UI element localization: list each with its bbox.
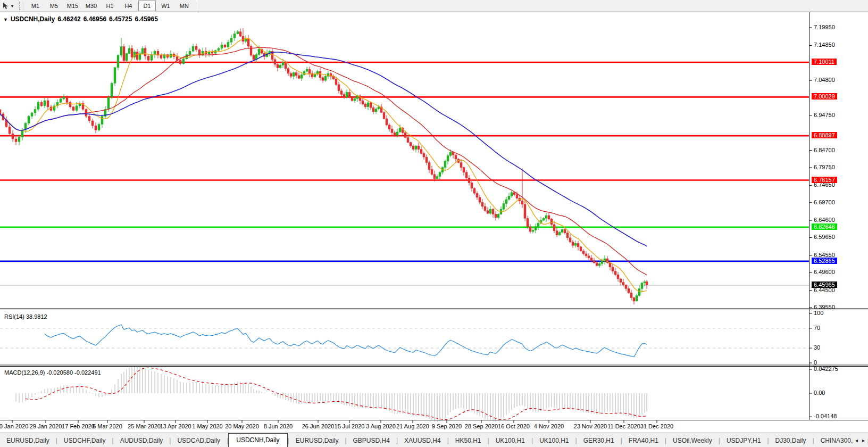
current-price-label: 6.45965 — [812, 282, 837, 288]
timeframe-button-h4[interactable]: H4 — [120, 1, 137, 11]
ohlc-low: 6.45725 — [109, 15, 132, 23]
chart-tab-fra40-h1[interactable]: FRA40,H1 — [622, 435, 665, 446]
level-price-label: 6.62646 — [812, 224, 837, 230]
timeframe-button-m15[interactable]: M15 — [64, 1, 81, 11]
chart-tab-hk50-h1[interactable]: HK50,H1 — [449, 435, 488, 446]
chart-tab-ger30-h1[interactable]: GER30,H1 — [577, 435, 621, 446]
cursor-tool-caret-icon[interactable]: ▼ — [10, 4, 14, 9]
chart-tab-dj30-daily[interactable]: DJ30,Daily — [769, 435, 813, 446]
rsi-line — [45, 325, 647, 357]
date-axis-label: 31 Dec 2020 — [636, 423, 678, 429]
chart-tab-uk100-h1[interactable]: UK100,H1 — [489, 435, 531, 446]
level-price-label: 6.76157 — [812, 177, 837, 183]
chart-tab-eurusd-daily[interactable]: EURUSD,Daily — [289, 435, 345, 446]
price-tick-label: 6.59650 — [814, 234, 835, 240]
ohlc-close: 6.45965 — [135, 15, 157, 23]
cursor-icon — [2, 2, 9, 10]
price-tick-label: 6.69700 — [814, 199, 835, 205]
price-tick-label: 7.14850 — [814, 42, 835, 48]
timeframe-button-mn[interactable]: MN — [176, 1, 193, 11]
timeframe-button-m5[interactable]: M5 — [45, 1, 63, 11]
timeframe-button-w1[interactable]: W1 — [157, 1, 174, 11]
level-price-label: 7.00029 — [812, 93, 837, 100]
level-price-label: 6.88897 — [812, 132, 837, 138]
chart-tab-usdcad-daily[interactable]: USDCAD,Daily — [171, 435, 227, 446]
chart-tab-uk100-h1[interactable]: UK100,H1 — [533, 435, 575, 446]
chart-tab-usdchf-daily[interactable]: USDCHF,Daily — [57, 435, 112, 446]
rsi-label: RSI(14) 38.9812 — [4, 313, 47, 320]
chart-tab-xauusd-h4[interactable]: XAUUSD,H4 — [398, 435, 447, 446]
rsi-axis-label: 0 — [814, 359, 817, 366]
price-tick-label: 6.84700 — [814, 147, 835, 153]
level-price-label: 7.10011 — [812, 59, 837, 65]
chart-title: ▼USDCNH,Daily6.462426.469566.457256.4596… — [3, 15, 161, 23]
ma-mid-line — [0, 47, 647, 275]
level-price-label: 6.52865 — [812, 258, 837, 264]
toolbar-grip[interactable] — [19, 2, 23, 10]
date-axis-label: 6 Mar 2020 — [86, 423, 129, 429]
macd-axis-label: 0.042275 — [814, 366, 838, 372]
mt4-window: ▼ M1M5M15M30H1H4D1W1MN ▼USDCNH,Daily6.46… — [0, 0, 868, 447]
chart-tab-bar: EURUSD,Daily|USDCHF,Daily|AUDUSD,Daily|U… — [0, 433, 868, 447]
price-tick-label: 6.94750 — [814, 112, 835, 118]
chart-tab-usdcnh-daily[interactable]: USDCNH,Daily — [228, 433, 287, 447]
chart-tab-usoil-weekly[interactable]: USOil,Weekly — [666, 435, 719, 446]
rsi-axis-label: 100 — [814, 310, 823, 316]
price-tick-label: 7.04800 — [814, 77, 835, 83]
ma-fast-line — [0, 38, 647, 292]
tabs-scroll-left-icon[interactable]: ◂ — [855, 437, 858, 443]
timeframe-button-m1[interactable]: M1 — [27, 1, 44, 11]
ohlc-open: 6.46242 — [57, 15, 80, 23]
price-tick-label: 6.79750 — [814, 164, 835, 170]
toolbar-separator — [197, 1, 198, 11]
timeframe-button-m30[interactable]: M30 — [82, 1, 100, 11]
tabs-scroll-right-icon[interactable]: ▸ — [862, 437, 865, 443]
price-chart-canvas[interactable] — [0, 12, 868, 433]
chart-tab-usdjpy-h1[interactable]: USDJPY,H1 — [720, 435, 767, 446]
price-tick-label: 7.19950 — [814, 24, 835, 30]
timeframe-buttons: M1M5M15M30H1H4D1W1MN — [26, 1, 194, 11]
chart-tab-eurusd-daily[interactable]: EURUSD,Daily — [0, 435, 56, 446]
chart-collapse-icon[interactable]: ▼ — [3, 17, 8, 22]
macd-label: MACD(12,26,9) -0.020580 -0.022491 — [4, 369, 101, 376]
chart-window: ▼USDCNH,Daily6.462426.469566.457256.4596… — [0, 12, 868, 433]
chart-tab-audusd-daily[interactable]: AUDUSD,Daily — [114, 435, 170, 446]
date-axis-label: 8 Jun 2020 — [257, 423, 299, 429]
macd-axis-label: -0.04148 — [814, 413, 837, 419]
timeframe-button-d1[interactable]: D1 — [138, 1, 156, 11]
chart-tab-gbpusd-h4[interactable]: GBPUSD,H4 — [347, 435, 396, 446]
price-tick-label: 6.64600 — [814, 217, 835, 223]
cursor-tool-button[interactable]: ▼ — [0, 2, 16, 10]
rsi-axis-label: 30 — [814, 344, 820, 351]
macd-axis-label: 0.00 — [814, 390, 825, 396]
rsi-axis-label: 70 — [814, 325, 820, 331]
timeframe-button-h1[interactable]: H1 — [101, 1, 119, 11]
ohlc-high: 6.46956 — [84, 15, 106, 23]
timeframe-toolbar: ▼ M1M5M15M30H1H4D1W1MN — [0, 0, 868, 12]
chart-tabs: EURUSD,Daily|USDCHF,Daily|AUDUSD,Daily|U… — [0, 434, 868, 447]
price-tick-label: 6.49600 — [814, 269, 835, 275]
date-axis-label: 4 Nov 2020 — [528, 423, 570, 429]
chart-symbol-period: USDCNH,Daily — [11, 15, 55, 23]
